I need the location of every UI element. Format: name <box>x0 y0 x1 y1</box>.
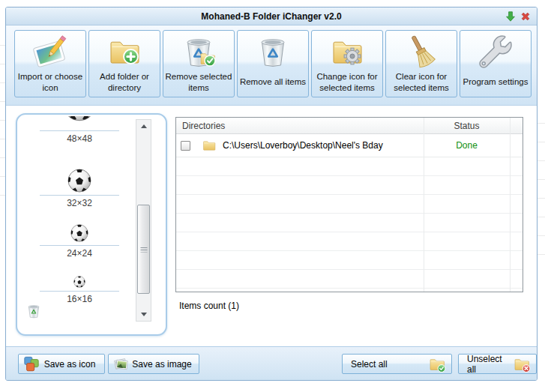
table-row-empty <box>176 232 523 251</box>
size-label-32: 32×32 <box>31 198 128 208</box>
button-label: Unselect all <box>464 354 513 375</box>
soccer-ball-preview-24 <box>70 224 88 242</box>
select-all-button[interactable]: Select all <box>342 354 452 374</box>
table-gridline <box>424 118 424 292</box>
soccer-ball-preview-48-clipped <box>63 116 96 121</box>
background-window-edge <box>0 27 5 203</box>
save-as-image-button[interactable]: Save as image <box>108 354 199 374</box>
app-window: Mohaned-B Folder iChanger v2.0 <box>5 7 538 381</box>
toolbar-button-import-or-choose-icon[interactable]: Import or choose icon <box>14 30 86 97</box>
separator <box>40 130 119 131</box>
size-label-16: 16×16 <box>31 294 128 304</box>
icon-preview-panel: 48×48 32×32 24×24 16×16 <box>16 113 167 336</box>
green-down-arrow-icon <box>505 10 517 22</box>
titlebar: Mohaned-B Folder iChanger v2.0 <box>6 7 537 25</box>
toolbar-button-label: Remove all items <box>240 70 306 97</box>
button-label: Save as image <box>130 359 194 370</box>
table-gridline <box>510 118 511 292</box>
table-row-empty <box>176 176 523 195</box>
color-squares-icon <box>23 356 40 373</box>
table-row-empty <box>176 157 523 176</box>
button-label: Save as icon <box>40 359 100 370</box>
triangle-up-icon <box>141 124 147 128</box>
recycle-bin-icon <box>255 34 291 70</box>
soccer-ball-preview-32 <box>67 169 91 193</box>
table-row-empty <box>176 289 523 292</box>
save-as-icon-button[interactable]: Save as icon <box>18 354 105 374</box>
toolbar-button-add-folder[interactable]: Add folder or directory <box>88 30 160 97</box>
items-count-label: Items count (1) <box>179 301 239 311</box>
button-label: Select all <box>348 359 428 370</box>
toolbar-button-program-settings[interactable]: Program settings <box>460 30 532 97</box>
separator <box>40 195 119 196</box>
row-checkbox[interactable] <box>181 141 190 151</box>
main-content: 48×48 32×32 24×24 16×16 <box>6 106 537 347</box>
separator <box>40 291 119 292</box>
preview-scrollbar[interactable] <box>136 119 151 322</box>
minimize-to-tray-button[interactable] <box>505 10 517 22</box>
table-row[interactable]: C:\Users\Loverboy\Desktop\Neel's Bday Do… <box>176 134 523 157</box>
soccer-ball-preview-16 <box>73 276 85 288</box>
directories-table: Directories Status C:\Users\Loverboy\Des… <box>175 117 523 292</box>
close-icon <box>520 10 532 22</box>
toolbar-button-remove-all[interactable]: Remove all items <box>237 30 309 97</box>
table-row-empty <box>176 214 523 232</box>
toolbar-button-clear-icon[interactable]: Clear icon for selected items <box>385 30 457 97</box>
separator <box>40 245 119 246</box>
folder-x-icon <box>513 355 531 373</box>
broom-icon <box>403 34 439 70</box>
recycle-bin-check-icon <box>181 34 217 70</box>
recycle-bin-icon[interactable] <box>25 303 42 319</box>
toolbar-button-label: Import or choose icon <box>15 70 85 97</box>
size-label-24: 24×24 <box>31 248 128 259</box>
table-row-empty <box>176 270 523 289</box>
table-row-empty <box>176 195 523 214</box>
toolbar: Import or choose icon Add folder or dire… <box>6 25 537 106</box>
folder-check-icon <box>428 355 446 373</box>
table-header: Directories Status <box>176 118 523 134</box>
background-window-edge <box>538 105 545 255</box>
window-title: Mohaned-B Folder iChanger v2.0 <box>6 7 537 25</box>
picture-pencil-icon <box>32 34 68 70</box>
folder-plus-icon <box>106 34 142 70</box>
wrench-icon <box>478 34 514 70</box>
directory-path: C:\Users\Loverboy\Desktop\Neel's Bday <box>223 140 383 151</box>
scroll-up-button[interactable] <box>136 121 151 132</box>
toolbar-button-label: Add folder or directory <box>89 70 160 97</box>
close-button[interactable] <box>520 10 532 22</box>
column-header-directories[interactable]: Directories <box>176 121 424 131</box>
directory-cell: C:\Users\Loverboy\Desktop\Neel's Bday <box>176 138 424 153</box>
status-value: Done <box>424 140 510 151</box>
size-label-48: 48×48 <box>31 133 128 144</box>
toolbar-button-label: Change icon for selected items <box>312 70 382 97</box>
scroll-down-button[interactable] <box>136 309 151 320</box>
column-header-status[interactable]: Status <box>424 121 510 131</box>
toolbar-button-label: Remove selected items <box>163 70 234 97</box>
toolbar-button-label: Clear icon for selected items <box>386 70 457 97</box>
toolbar-button-remove-selected[interactable]: Remove selected items <box>163 30 235 97</box>
photo-icon <box>113 356 130 373</box>
bottom-bar: Save as icon Save as image Select all <box>6 346 537 380</box>
unselect-all-button[interactable]: Unselect all <box>458 354 537 374</box>
folder-icon <box>201 138 217 153</box>
table-row-empty <box>176 251 523 270</box>
toolbar-button-label: Program settings <box>463 70 529 97</box>
thumb-grip-icon <box>140 247 147 252</box>
triangle-down-icon <box>141 313 147 316</box>
folder-gear-icon <box>329 34 365 70</box>
toolbar-button-change-icon[interactable]: Change icon for selected items <box>311 30 383 97</box>
scrollbar-thumb[interactable] <box>137 205 150 294</box>
